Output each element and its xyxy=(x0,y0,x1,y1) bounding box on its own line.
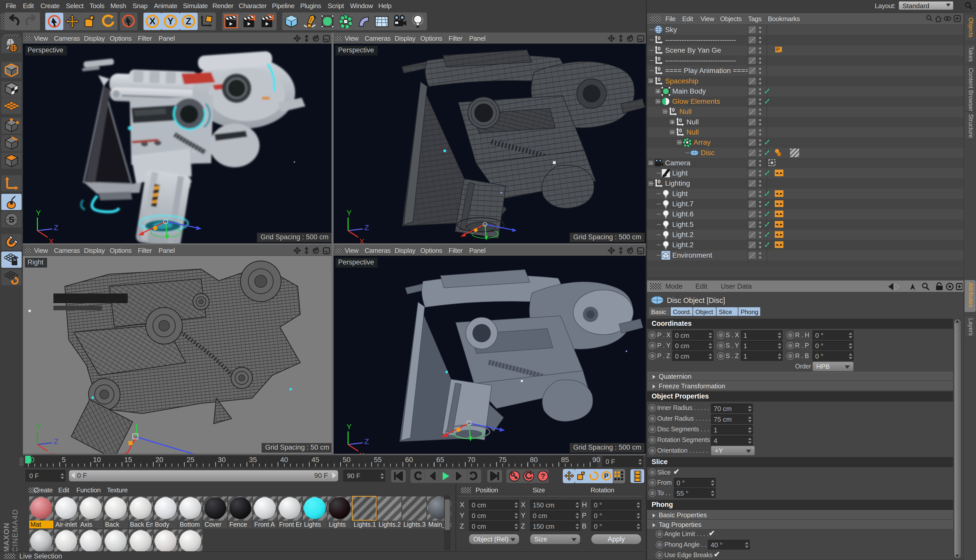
svg-text:S: S xyxy=(8,215,15,224)
svg-text:P: P xyxy=(604,472,608,480)
svg-text:0: 0 xyxy=(658,179,661,184)
svg-text:X: X xyxy=(359,451,364,454)
svg-text:Z: Z xyxy=(54,437,58,445)
svg-text:Y: Y xyxy=(167,16,174,27)
svg-text:0: 0 xyxy=(658,77,661,82)
svg-text:Z: Z xyxy=(364,437,369,445)
svg-text:0: 0 xyxy=(658,66,661,72)
svg-text:Y: Y xyxy=(347,422,352,431)
svg-text:Y: Y xyxy=(36,422,41,431)
svg-text:?: ? xyxy=(541,472,545,480)
svg-text:0: 0 xyxy=(679,128,682,133)
svg-text:0: 0 xyxy=(658,56,661,62)
svg-text:Z: Z xyxy=(54,223,58,232)
svg-text:Y: Y xyxy=(347,208,352,217)
svg-text:X: X xyxy=(149,16,155,27)
svg-text:Z: Z xyxy=(364,223,369,232)
svg-text:Z: Z xyxy=(186,16,191,27)
svg-text:X: X xyxy=(359,237,364,243)
svg-text:0: 0 xyxy=(658,46,661,52)
svg-text:Y: Y xyxy=(36,208,41,217)
svg-text:X: X xyxy=(48,237,54,243)
svg-text:0: 0 xyxy=(672,107,675,113)
svg-text:X: X xyxy=(48,451,54,454)
svg-text:0: 0 xyxy=(679,117,682,123)
svg-text:0: 0 xyxy=(658,35,661,41)
